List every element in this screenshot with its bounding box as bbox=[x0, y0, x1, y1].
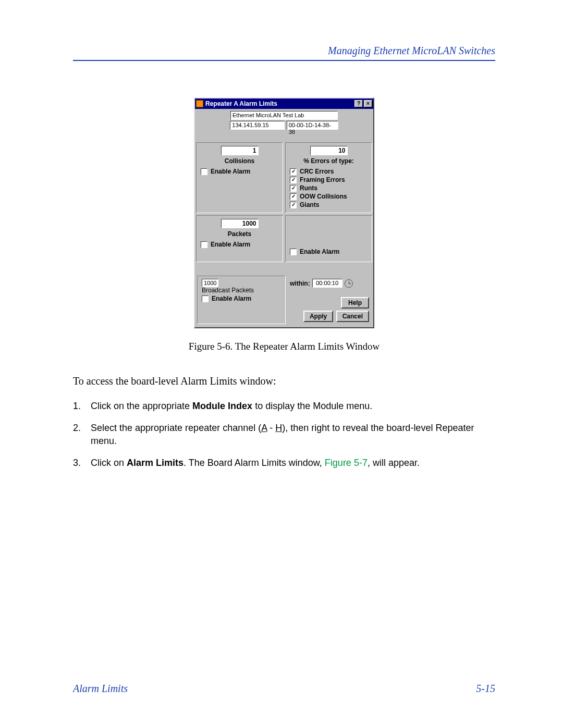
checkbox-icon: ✓ bbox=[290, 185, 297, 192]
device-addr-row: 134.141.59.15 00-00-1D-14-38-38 bbox=[195, 120, 373, 133]
checkbox-icon: ✓ bbox=[290, 193, 297, 200]
step-number: 2. bbox=[73, 422, 83, 447]
ip-field[interactable]: 134.141.59.15 bbox=[230, 121, 285, 130]
checkbox-label: Enable Alarm bbox=[211, 241, 250, 248]
checkbox-icon bbox=[202, 295, 209, 302]
collisions-enable-checkbox[interactable]: Enable Alarm bbox=[201, 168, 278, 175]
checkbox-label: Runts bbox=[300, 184, 317, 192]
page-header-section: Managing Ethernet MicroLAN Switches bbox=[73, 45, 495, 57]
apply-button[interactable]: Apply bbox=[303, 311, 333, 322]
mac-field[interactable]: 00-00-1D-14-38-38 bbox=[287, 121, 338, 130]
device-name-row: Ethernet MicroLAN Test Lab bbox=[195, 109, 373, 120]
checkbox-icon: ✓ bbox=[290, 177, 297, 183]
help-icon[interactable]: ? bbox=[354, 100, 363, 107]
actions-panel: within: 00:00:10 Help Apply Cancel bbox=[288, 276, 371, 324]
errors-label: % Errors of type: bbox=[290, 157, 368, 165]
app-icon bbox=[196, 100, 203, 107]
cancel-button[interactable]: Cancel bbox=[336, 311, 369, 322]
packets-enable-checkbox[interactable]: Enable Alarm bbox=[201, 241, 278, 248]
errors-enable-panel: Enable Alarm bbox=[285, 215, 372, 262]
alarm-limits-dialog: Repeater A Alarm Limits ? × Ethernet Mic… bbox=[194, 97, 374, 328]
collisions-label: Collisions bbox=[201, 157, 278, 165]
figure-caption: Figure 5-6. The Repeater Alarm Limits Wi… bbox=[73, 341, 495, 352]
within-label: within: bbox=[290, 280, 310, 287]
device-name-field[interactable]: Ethernet MicroLAN Test Lab bbox=[230, 111, 338, 120]
errors-input[interactable]: 10 bbox=[310, 146, 348, 155]
checkbox-label: OOW Collisions bbox=[300, 193, 347, 200]
checkbox-icon: ✓ bbox=[290, 168, 297, 175]
errors-enable-checkbox[interactable]: Enable Alarm bbox=[290, 248, 339, 255]
step-underline: H bbox=[275, 423, 282, 433]
intro-text: To access the board-level Alarm Limits w… bbox=[73, 374, 495, 388]
step-number: 1. bbox=[73, 400, 83, 412]
step-3: 3. Click on Alarm Limits. The Board Alar… bbox=[73, 456, 495, 469]
checkbox-label: Giants bbox=[300, 201, 319, 208]
step-text: , will appear. bbox=[368, 458, 420, 468]
dialog-titlebar[interactable]: Repeater A Alarm Limits ? × bbox=[195, 98, 373, 109]
packets-panel: 1000 Packets Enable Alarm bbox=[196, 215, 283, 262]
step-text: - bbox=[267, 423, 275, 433]
checkbox-label: Framing Errors bbox=[300, 176, 345, 183]
step-text: Click on bbox=[91, 458, 127, 468]
step-text: to display the Module menu. bbox=[252, 401, 372, 411]
checkbox-icon bbox=[201, 241, 207, 248]
checkbox-icon bbox=[290, 249, 297, 255]
step-bold: Alarm Limits bbox=[127, 458, 183, 468]
collisions-panel: 1 Collisions Enable Alarm bbox=[196, 142, 283, 213]
header-rule bbox=[73, 60, 495, 61]
steps-list: 1. Click on the appropriate Module Index… bbox=[73, 400, 495, 469]
within-input[interactable]: 00:00:10 bbox=[312, 279, 342, 288]
broadcast-panel: 1000 Broadcast Packets Enable Alarm bbox=[197, 276, 286, 324]
giants-checkbox[interactable]: ✓ Giants bbox=[290, 201, 368, 208]
footer-page-number: 5-15 bbox=[476, 683, 495, 695]
oow-collisions-checkbox[interactable]: ✓ OOW Collisions bbox=[290, 193, 368, 200]
collisions-input[interactable]: 1 bbox=[221, 146, 259, 155]
step-text: Click on the appropriate bbox=[91, 401, 192, 411]
checkbox-label: CRC Errors bbox=[300, 168, 334, 175]
figure-container: Repeater A Alarm Limits ? × Ethernet Mic… bbox=[73, 97, 495, 352]
help-button[interactable]: Help bbox=[341, 297, 369, 309]
step-underline: A bbox=[261, 423, 267, 433]
step-number: 3. bbox=[73, 456, 83, 469]
checkbox-label: Enable Alarm bbox=[300, 248, 339, 255]
broadcast-enable-checkbox[interactable]: Enable Alarm bbox=[202, 295, 281, 302]
runts-checkbox[interactable]: ✓ Runts bbox=[290, 184, 368, 192]
checkbox-icon: ✓ bbox=[290, 202, 297, 208]
packets-input[interactable]: 1000 bbox=[221, 219, 259, 228]
step-1: 1. Click on the appropriate Module Index… bbox=[73, 400, 495, 412]
checkbox-label: Enable Alarm bbox=[211, 168, 250, 175]
framing-errors-checkbox[interactable]: ✓ Framing Errors bbox=[290, 176, 368, 183]
step-bold: Module Index bbox=[192, 401, 252, 411]
checkbox-icon bbox=[201, 168, 207, 175]
step-text: . The Board Alarm Limits window, bbox=[183, 458, 325, 468]
broadcast-input[interactable]: 1000 bbox=[202, 279, 218, 287]
checkbox-label: Enable Alarm bbox=[212, 295, 251, 302]
figure-reference-link[interactable]: Figure 5-7 bbox=[325, 458, 368, 468]
broadcast-label: Broadcast Packets bbox=[202, 287, 281, 294]
footer-section: Alarm Limits bbox=[73, 683, 128, 695]
page-footer: Alarm Limits 5-15 bbox=[73, 683, 495, 695]
dialog-title: Repeater A Alarm Limits bbox=[205, 100, 277, 107]
errors-panel: 10 % Errors of type: ✓ CRC Errors ✓ Fram… bbox=[285, 142, 372, 213]
clock-icon[interactable] bbox=[345, 279, 353, 288]
close-icon[interactable]: × bbox=[364, 100, 372, 107]
crc-errors-checkbox[interactable]: ✓ CRC Errors bbox=[290, 168, 368, 175]
packets-label: Packets bbox=[201, 230, 278, 238]
step-text: Select the appropriate repeater channel … bbox=[91, 423, 261, 433]
step-2: 2. Select the appropriate repeater chann… bbox=[73, 422, 495, 447]
